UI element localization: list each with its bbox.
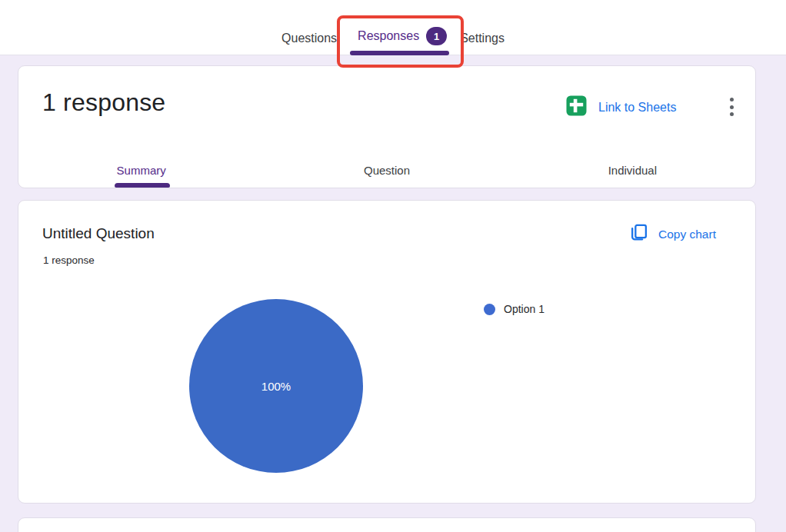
- question-summary-card: Untitled Question 1 response Copy chart …: [18, 200, 756, 504]
- top-header: Questions Responses 1 Settings: [0, 0, 786, 55]
- sheets-icon: [566, 95, 587, 119]
- tab-responses[interactable]: Responses 1: [358, 27, 447, 45]
- copy-chart-label: Copy chart: [658, 228, 716, 241]
- subtab-summary[interactable]: Summary: [18, 164, 264, 177]
- link-to-sheets-label: Link to Sheets: [598, 101, 676, 115]
- pie-slice-percentage-label: 100%: [261, 380, 291, 393]
- legend-item-label: Option 1: [504, 303, 545, 315]
- question-response-count: 1 response: [43, 254, 95, 266]
- next-question-card-partial: [18, 517, 756, 532]
- link-to-sheets-button[interactable]: Link to Sheets: [566, 95, 676, 119]
- response-count-title: 1 response: [42, 88, 165, 117]
- active-subtab-indicator: [115, 183, 170, 188]
- more-options-menu-icon[interactable]: [724, 97, 738, 117]
- tab-responses-label: Responses: [358, 29, 419, 43]
- responses-count-badge: 1: [426, 27, 447, 45]
- subtab-individual[interactable]: Individual: [510, 164, 755, 177]
- tab-questions[interactable]: Questions: [281, 32, 337, 45]
- legend-color-dot: [484, 304, 495, 315]
- question-title: Untitled Question: [42, 225, 155, 242]
- top-tab-bar: Questions Responses 1 Settings: [0, 0, 786, 55]
- chart-legend: Option 1: [484, 303, 545, 315]
- responses-summary-card: 1 response Link to Sheets Summary Questi…: [18, 65, 756, 188]
- subtab-question[interactable]: Question: [264, 164, 509, 177]
- copy-chart-button[interactable]: Copy chart: [629, 223, 716, 245]
- summary-subtab-bar: Summary Question Individual: [18, 164, 755, 177]
- tab-settings[interactable]: Settings: [460, 32, 505, 45]
- pie-chart: 100%: [189, 299, 363, 473]
- copy-icon: [629, 223, 648, 245]
